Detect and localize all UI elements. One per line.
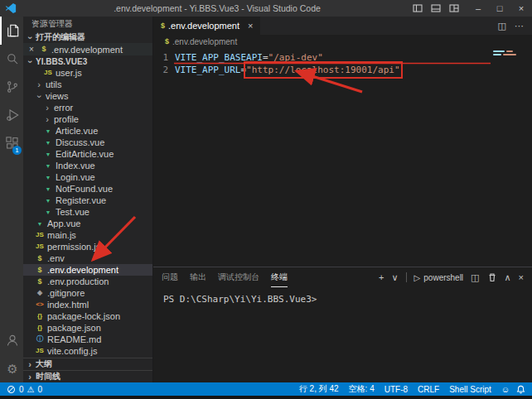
settings-gear-icon[interactable]: ⚙ <box>0 354 23 382</box>
tab-env-development[interactable]: $ .env.development × <box>153 17 261 35</box>
extensions-icon[interactable]: 1 <box>0 129 23 157</box>
panel-tab-问题[interactable]: 问题 <box>162 267 178 287</box>
chevron-down-icon: › <box>26 57 35 65</box>
tree-item-label: Test.vue <box>56 207 89 217</box>
tree-item-label: vite.config.js <box>47 346 98 356</box>
toggle-sidebar-icon[interactable] <box>413 3 423 13</box>
minimize-button[interactable]: – <box>467 0 489 17</box>
new-terminal-icon[interactable]: + <box>379 272 384 282</box>
tree-item-Article.vue[interactable]: ▼Article.vue <box>23 125 152 137</box>
tree-item-Test.vue[interactable]: ▼Test.vue <box>23 206 152 218</box>
code-line[interactable]: 1VITE_APP_BASEAPI="/api-dev" <box>153 51 532 64</box>
search-icon[interactable] <box>0 45 23 73</box>
tree-item-.env.production[interactable]: $.env.production <box>23 276 152 287</box>
tree-item-.env[interactable]: $.env <box>23 252 152 264</box>
tree-item-main.js[interactable]: JSmain.js <box>23 229 152 241</box>
status-right-items: 行 2, 列 42空格: 4UTF-8CRLFShell Script <box>299 383 491 395</box>
minimap[interactable] <box>493 50 530 57</box>
code-token: VITE_APP_BASEAPI <box>175 51 263 64</box>
tree-item-user.js[interactable]: JSuser.js <box>23 67 152 79</box>
tree-item-views[interactable]: ›views <box>23 90 152 102</box>
panel-tab-调试控制台[interactable]: 调试控制台 <box>218 267 259 287</box>
tree-item-package.json[interactable]: {}package.json <box>23 322 152 334</box>
status-item[interactable]: UTF-8 <box>384 385 408 394</box>
maximize-panel-icon[interactable]: ∧ <box>505 272 511 283</box>
tree-item-NotFound.vue[interactable]: ▼NotFound.vue <box>23 183 152 195</box>
js-file-icon: JS <box>35 243 45 250</box>
maximize-button[interactable]: □ <box>489 0 510 17</box>
code-editor[interactable]: 1VITE_APP_BASEAPI="/api-dev"2VITE_APP_UR… <box>153 48 532 267</box>
split-terminal-icon[interactable]: ◫ <box>471 272 479 283</box>
terminal-output[interactable]: PS D:\CSharp\Yi\Yi.BBS.Vue3> <box>153 287 532 382</box>
tree-item-package-lock.json[interactable]: {}package-lock.json <box>23 310 152 322</box>
tree-item-Index.vue[interactable]: ▼Index.vue <box>23 160 152 171</box>
close-button[interactable]: × <box>510 0 532 17</box>
feedback-smiley-icon[interactable]: ☺ <box>501 385 510 394</box>
problems-status[interactable]: 0 ⚠ 0 <box>7 385 42 394</box>
titlebar: .env.development - Yi.BBS.Vue3 - Visual … <box>0 0 532 17</box>
tree-item-utils[interactable]: ›utils <box>23 79 152 90</box>
tree-item-error[interactable]: ›error <box>23 102 152 113</box>
status-item[interactable]: 空格: 4 <box>349 383 375 395</box>
tree-item-label: Index.vue <box>56 161 95 171</box>
warning-icon: ⚠ <box>27 385 35 394</box>
tree-item-permission.js[interactable]: JSpermission.js <box>23 241 152 252</box>
source-control-icon[interactable] <box>0 73 23 101</box>
tree-item-label: EditArticle.vue <box>56 149 114 159</box>
status-item[interactable]: 行 2, 列 42 <box>299 383 339 395</box>
tree-item-vite.config.js[interactable]: JSvite.config.js <box>23 345 152 357</box>
editor-group: $ .env.development × ◫ ⋯ $ .env.developm… <box>153 17 532 382</box>
chevron-right-icon: › <box>43 103 51 113</box>
tree-item-Register.vue[interactable]: ▼Register.vue <box>23 195 152 206</box>
panel-tab-输出[interactable]: 输出 <box>190 267 206 287</box>
tree-item-README.md[interactable]: ⓘREADME.md <box>23 334 152 345</box>
panel-header: 问题输出调试控制台终端 + ∨ ▷ powershell ◫ ∧ × <box>153 267 532 287</box>
chevron-down-icon[interactable]: ∨ <box>392 272 399 283</box>
kill-terminal-icon[interactable] <box>487 272 497 282</box>
toggle-panel-icon[interactable] <box>431 3 441 13</box>
tree-item-.env.development[interactable]: $.env.development <box>23 264 152 276</box>
window-controls: – □ × <box>467 0 532 17</box>
tree-item-EditArticle.vue[interactable]: ▼EditArticle.vue <box>23 148 152 160</box>
open-editors-header[interactable]: › 打开的编辑器 <box>23 31 152 43</box>
tab-close-icon[interactable]: × <box>248 21 253 31</box>
status-bar: 0 ⚠ 0 行 2, 列 42空格: 4UTF-8CRLFShell Scrip… <box>0 382 532 396</box>
tree-item-index.html[interactable]: <>index.html <box>23 299 152 310</box>
chevron-right-icon: › <box>26 373 34 382</box>
open-editor-item[interactable]: × $ .env.development <box>23 43 152 55</box>
breadcrumb[interactable]: $ .env.development <box>153 35 532 48</box>
tree-item-Discuss.vue[interactable]: ▼Discuss.vue <box>23 137 152 148</box>
tree-item-Login.vue[interactable]: ▼Login.vue <box>23 171 152 183</box>
code-line[interactable]: 2VITE_APP_URL="http://localhost:19001/ap… <box>153 64 532 76</box>
bottom-panel: 问题输出调试控制台终端 + ∨ ▷ powershell ◫ ∧ × <box>153 267 532 382</box>
sidebar-section-大纲[interactable]: ›大纲 <box>23 358 152 370</box>
status-item[interactable]: Shell Script <box>449 385 491 394</box>
shell-selector[interactable]: ▷ powershell <box>414 273 464 282</box>
tree-item-label: Login.vue <box>56 172 95 182</box>
close-editor-icon[interactable]: × <box>27 45 36 54</box>
vue-file-icon: ▼ <box>43 175 53 180</box>
vue-file-icon: ▼ <box>43 209 53 215</box>
explorer-icon[interactable] <box>0 17 23 45</box>
customize-layout-icon[interactable] <box>449 3 459 13</box>
activity-bar: 1 ⚙ <box>0 17 23 382</box>
tree-item-profile[interactable]: ›profile <box>23 113 152 125</box>
tree-item-App.vue[interactable]: ▼App.vue <box>23 218 152 229</box>
panel-tab-终端[interactable]: 终端 <box>271 267 288 287</box>
vue-file-icon: ▼ <box>35 221 45 227</box>
code-lines: 1VITE_APP_BASEAPI="/api-dev"2VITE_APP_UR… <box>153 51 532 76</box>
warning-count: 0 <box>38 385 43 394</box>
notifications-bell-icon[interactable] <box>516 385 525 394</box>
status-item[interactable]: CRLF <box>418 385 439 394</box>
split-editor-icon[interactable]: ◫ <box>498 21 506 31</box>
account-icon[interactable] <box>0 326 23 354</box>
file-tree: JSuser.js›utils›views›error›profile▼Arti… <box>23 67 152 357</box>
close-panel-icon[interactable]: × <box>519 272 524 282</box>
run-debug-icon[interactable] <box>0 101 23 129</box>
terminal-play-icon: ▷ <box>414 273 421 282</box>
project-root-header[interactable]: › YI.BBS.VUE3 <box>23 55 152 67</box>
tree-item-label: Register.vue <box>56 195 106 205</box>
sidebar-section-时间线[interactable]: ›时间线 <box>23 370 152 382</box>
more-actions-icon[interactable]: ⋯ <box>515 21 524 31</box>
tree-item-.gitignore[interactable]: ◈.gitignore <box>23 287 152 299</box>
